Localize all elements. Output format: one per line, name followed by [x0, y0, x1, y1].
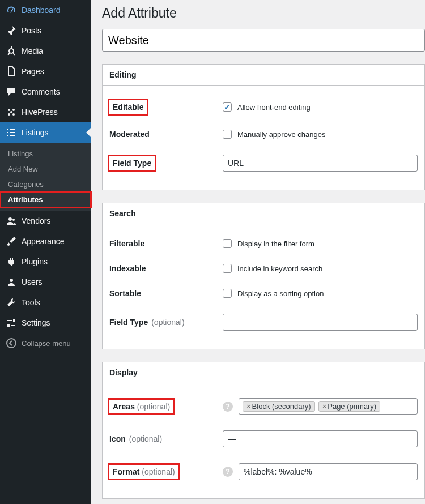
menu-label: Dashboard — [22, 6, 61, 15]
hivepress-icon — [6, 106, 17, 118]
sidebar-item-pages[interactable]: Pages — [0, 61, 91, 82]
sidebar-item-tools[interactable]: Tools — [0, 292, 91, 313]
areas-tag-input[interactable]: ×Block (secondary) ×Page (primary) — [239, 398, 418, 415]
submenu-item-listings[interactable]: Listings — [0, 146, 91, 161]
menu-label: HivePress — [22, 108, 58, 117]
fieldtype-label: Field Type — [109, 156, 155, 170]
comment-icon — [6, 86, 17, 97]
tag-page-primary[interactable]: ×Page (primary) — [318, 401, 381, 412]
svg-point-4 — [12, 113, 15, 116]
editable-checkbox[interactable] — [223, 102, 232, 112]
menu-label: Users — [22, 277, 42, 287]
indexable-check-label: Include in keyword search — [237, 264, 322, 273]
plug-icon — [6, 256, 17, 267]
tag-block-secondary[interactable]: ×Block (secondary) — [243, 401, 315, 412]
menu-label: Vendors — [22, 216, 50, 225]
sidebar-item-dashboard[interactable]: Dashboard — [0, 0, 91, 20]
row-sortable: Sortable Display as a sorting option — [109, 281, 418, 306]
sidebar-item-users[interactable]: Users — [0, 272, 91, 292]
menu-label: Settings — [22, 318, 50, 327]
icon-label: Icon — [109, 434, 126, 443]
list-icon — [6, 127, 17, 138]
collapse-menu[interactable]: Collapse menu — [0, 333, 91, 353]
areas-optional: (optional) — [137, 402, 170, 411]
sidebar-item-comments[interactable]: Comments — [0, 82, 91, 102]
moderated-checkbox[interactable] — [223, 130, 232, 139]
help-icon[interactable]: ? — [223, 467, 233, 477]
filterable-label: Filterable — [109, 239, 223, 248]
row-search-fieldtype: Field Type (optional) — — [109, 306, 418, 339]
icon-optional: (optional) — [129, 434, 162, 443]
row-editable: Editable Allow front-end editing — [109, 92, 418, 122]
areas-label-box: Areas (optional) — [109, 400, 173, 413]
search-fieldtype-select[interactable]: — — [223, 314, 418, 331]
row-editing-fieldtype: Field Type URL — [109, 147, 418, 180]
panel-editing: Editing Editable Allow front-end editing… — [102, 64, 425, 190]
submenu-item-attributes[interactable]: Attributes — [0, 192, 91, 207]
sidebar-item-media[interactable]: Media — [0, 41, 91, 61]
svg-point-0 — [9, 49, 14, 53]
sortable-check-label: Display as a sorting option — [237, 289, 324, 298]
svg-point-3 — [8, 113, 10, 116]
help-icon[interactable]: ? — [223, 402, 233, 412]
remove-tag-icon[interactable]: × — [322, 402, 327, 411]
sidebar-item-settings[interactable]: Settings — [0, 313, 91, 333]
panel-header-editing: Editing — [103, 65, 424, 86]
sidebar-item-posts[interactable]: Posts — [0, 20, 91, 41]
format-optional: (optional) — [142, 467, 175, 476]
menu-label: Comments — [22, 87, 60, 96]
svg-point-9 — [7, 339, 16, 348]
panel-display: Display Areas (optional) ? ×Block (secon… — [102, 362, 425, 499]
sortable-checkbox[interactable] — [223, 289, 232, 298]
row-format: Format (optional) ? %label%: %value% — [109, 455, 418, 488]
row-filterable: Filterable Display in the filter form — [109, 231, 418, 256]
row-indexable: Indexable Include in keyword search — [109, 256, 418, 281]
indexable-label: Indexable — [109, 264, 223, 273]
moderated-check-label: Manually approve changes — [237, 130, 325, 139]
vendors-icon — [6, 215, 17, 227]
menu-label: Media — [22, 46, 43, 55]
menu-label: Plugins — [22, 257, 48, 266]
format-label-box: Format (optional) — [109, 465, 178, 479]
moderated-label: Moderated — [109, 130, 223, 139]
sidebar-item-vendors[interactable]: Vendors — [0, 211, 91, 231]
editable-label: Editable — [109, 100, 147, 114]
sidebar-item-plugins[interactable]: Plugins — [0, 251, 91, 272]
submenu-item-categories[interactable]: Categories — [0, 177, 91, 192]
wrench-icon — [6, 297, 17, 308]
submenu-item-addnew[interactable]: Add New — [0, 161, 91, 177]
remove-tag-icon[interactable]: × — [246, 402, 251, 411]
sidebar-item-appearance[interactable]: Appearance — [0, 231, 91, 251]
sidebar-item-listings[interactable]: Listings — [0, 122, 91, 143]
panel-search: Search Filterable Display in the filter … — [102, 203, 425, 349]
row-areas: Areas (optional) ? ×Block (secondary) ×P… — [109, 390, 418, 422]
attribute-title-input[interactable] — [102, 29, 425, 52]
page-title: Add Attribute — [102, 6, 425, 21]
sidebar-item-hivepress[interactable]: HivePress — [0, 102, 91, 122]
editable-check-label: Allow front-end editing — [237, 103, 311, 112]
sortable-label: Sortable — [109, 289, 223, 298]
menu-label: Pages — [22, 67, 44, 76]
indexable-checkbox[interactable] — [223, 264, 232, 273]
media-icon — [6, 45, 17, 57]
search-fieldtype-label: Field Type — [109, 318, 148, 327]
filterable-checkbox[interactable] — [223, 239, 232, 248]
admin-sidebar: Dashboard Posts Media Pages Comments Hiv… — [0, 0, 91, 504]
main-content: Add Attribute Editing Editable Allow fro… — [91, 0, 425, 504]
row-moderated: Moderated Manually approve changes — [109, 122, 418, 147]
editing-fieldtype-select[interactable]: URL — [223, 155, 418, 172]
pin-icon — [6, 25, 17, 36]
menu-label: Tools — [22, 298, 40, 307]
collapse-icon — [6, 338, 17, 349]
row-icon: Icon (optional) — — [109, 422, 418, 455]
display-icon-select[interactable]: — — [223, 430, 418, 447]
svg-point-5 — [10, 111, 12, 113]
menu-label: Listings — [22, 128, 48, 137]
svg-point-7 — [12, 219, 15, 221]
panel-header-display: Display — [103, 362, 424, 383]
svg-point-6 — [8, 217, 12, 221]
svg-point-1 — [8, 109, 10, 111]
format-input[interactable]: %label%: %value% — [239, 463, 418, 480]
menu-label: Appearance — [22, 237, 65, 246]
svg-point-8 — [10, 279, 13, 282]
